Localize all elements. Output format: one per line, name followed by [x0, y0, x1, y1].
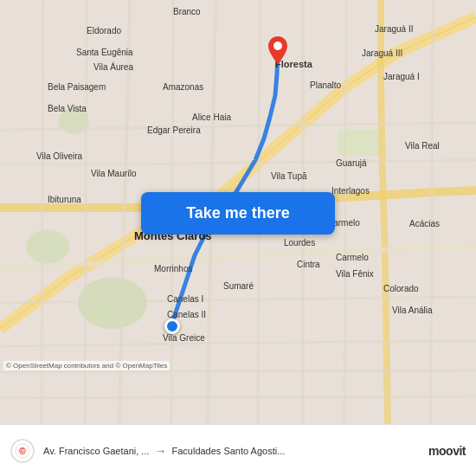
moovit-brand-text: moovit	[428, 443, 466, 459]
route-info: Av. Francisco Gaetani, ... → Faculdades …	[43, 444, 420, 458]
route-to: Faculdades Santo Agosti...	[171, 446, 285, 456]
destination-pin	[268, 36, 287, 68]
moovit-icon: ©	[10, 439, 35, 463]
map-container: Branco Eldorado Santa Eugênia Vila Áurea…	[0, 0, 476, 476]
take-me-there-label: Take me there	[186, 204, 290, 222]
route-from: Av. Francisco Gaetani, ...	[43, 446, 149, 456]
origin-pin	[164, 318, 180, 334]
take-me-there-button[interactable]: Take me there	[141, 192, 335, 235]
route-arrow: →	[154, 444, 166, 458]
bottom-bar: © Av. Francisco Gaetani, ... → Faculdade…	[0, 424, 476, 476]
map-area[interactable]: Branco Eldorado Santa Eugênia Vila Áurea…	[0, 0, 476, 424]
svg-point-2	[26, 229, 69, 264]
svg-text:©: ©	[19, 447, 26, 456]
moovit-logo: ©	[10, 439, 35, 463]
svg-rect-4	[338, 130, 381, 156]
osm-attribution: © OpenStreetMap contributors and © OpenM…	[3, 361, 170, 370]
svg-point-5	[273, 42, 282, 50]
